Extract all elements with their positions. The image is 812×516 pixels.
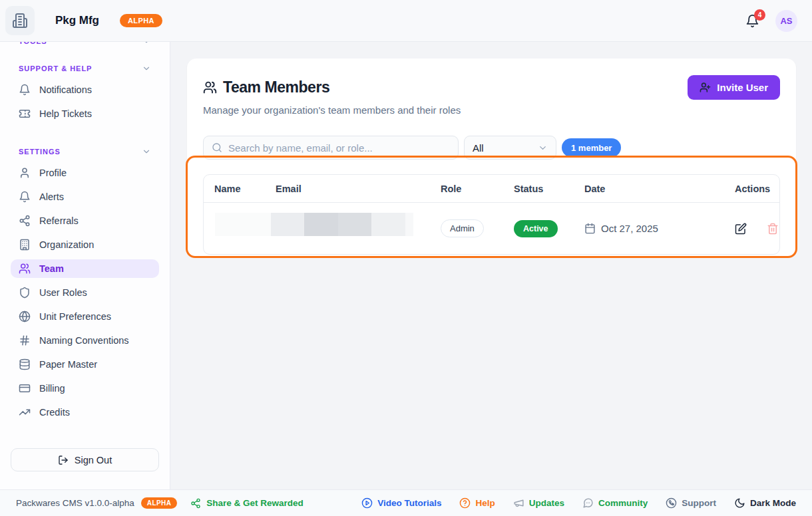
role-badge: Admin xyxy=(441,219,484,237)
moon-icon xyxy=(734,497,745,509)
chevron-down-icon xyxy=(142,42,151,46)
section-label: TOOLS xyxy=(19,42,47,45)
card-title-row: Team Members Invite User xyxy=(203,75,780,100)
page-subtitle: Manage your organization's team members … xyxy=(203,104,780,116)
section-header-settings[interactable]: SETTINGS xyxy=(11,147,159,156)
building-icon xyxy=(19,239,31,251)
edit-pencil-icon xyxy=(735,223,747,235)
share-icon xyxy=(19,215,31,227)
sidebar-nav: TOOLS SUPPORT & HELP Notifications Help … xyxy=(0,42,170,422)
brand-area: Pkg Mfg ALPHA xyxy=(0,6,170,35)
sidebar-item-notifications[interactable]: Notifications xyxy=(11,80,159,99)
sidebar-item-label: Profile xyxy=(39,168,67,178)
help-label: Help xyxy=(475,498,495,508)
play-circle-icon xyxy=(361,497,373,509)
sidebar-item-profile[interactable]: Profile xyxy=(11,164,159,182)
sidebar-item-team[interactable]: Team xyxy=(11,259,159,278)
date-value: Oct 27, 2025 xyxy=(601,223,658,234)
sidebar-item-label: Unit Preferences xyxy=(39,311,111,322)
cell-date: Oct 27, 2025 xyxy=(584,223,735,234)
sidebar: TOOLS SUPPORT & HELP Notifications Help … xyxy=(0,42,170,489)
search-input[interactable] xyxy=(228,142,450,154)
sidebar-item-naming-conventions[interactable]: Naming Conventions xyxy=(11,331,159,350)
shield-icon xyxy=(19,287,31,299)
sidebar-item-label: Referrals xyxy=(39,215,79,226)
section-header-support[interactable]: SUPPORT & HELP xyxy=(11,64,159,73)
dark-mode-label: Dark Mode xyxy=(750,498,796,508)
sidebar-item-help-tickets[interactable]: Help Tickets xyxy=(11,104,159,123)
alpha-badge-footer: ALPHA xyxy=(141,497,177,509)
sidebar-item-referrals[interactable]: Referrals xyxy=(11,211,159,230)
user-avatar[interactable]: AS xyxy=(775,10,797,32)
alpha-badge: ALPHA xyxy=(120,14,162,27)
help-link[interactable]: Help xyxy=(459,497,495,509)
sidebar-item-paper-master[interactable]: Paper Master xyxy=(11,355,159,374)
user-icon xyxy=(19,167,31,179)
hash-icon xyxy=(19,334,31,346)
sidebar-item-label: Billing xyxy=(39,383,65,394)
database-icon xyxy=(19,358,31,370)
footer-bar: Packwares CMS v1.0.0-alpha ALPHA Share &… xyxy=(0,489,812,516)
footer-links: Video Tutorials Help Updates Community S… xyxy=(361,497,796,509)
log-out-icon xyxy=(58,455,69,465)
role-filter-dropdown[interactable]: All xyxy=(464,136,556,160)
credit-card-icon xyxy=(19,382,31,394)
trending-up-icon xyxy=(19,406,31,418)
search-icon xyxy=(212,142,222,153)
users-icon xyxy=(19,263,31,275)
sidebar-item-label: Credits xyxy=(39,407,70,418)
bell-icon xyxy=(19,191,31,203)
member-count-badge: 1 member xyxy=(562,138,621,157)
column-header-status: Status xyxy=(514,184,584,194)
status-badge: Active xyxy=(514,220,558,237)
section-header-tools[interactable]: TOOLS xyxy=(11,42,159,46)
team-members-table: Name Email Role Status Date Actions xyxy=(203,174,780,255)
sign-out-button[interactable]: Sign Out xyxy=(11,448,159,471)
role-filter-value: All xyxy=(473,142,484,154)
support-label: Support xyxy=(682,498,716,508)
factory-building-icon xyxy=(12,13,28,29)
column-header-email: Email xyxy=(276,184,441,194)
invite-user-button[interactable]: Invite User xyxy=(688,75,780,100)
sidebar-item-label: User Roles xyxy=(39,287,87,298)
edit-member-button[interactable] xyxy=(735,223,747,235)
dark-mode-toggle[interactable]: Dark Mode xyxy=(734,497,796,509)
trash-icon xyxy=(767,223,779,235)
sidebar-item-user-roles[interactable]: User Roles xyxy=(11,283,159,302)
section-settings: SETTINGS Profile Alerts Referrals Organi… xyxy=(11,147,159,422)
share-rewarded-link[interactable]: Share & Get Rewarded xyxy=(190,498,304,509)
section-tools: TOOLS xyxy=(11,42,159,46)
sidebar-item-unit-preferences[interactable]: Unit Preferences xyxy=(11,307,159,326)
notifications-button[interactable]: 4 xyxy=(745,14,759,28)
delete-member-button[interactable] xyxy=(767,223,779,235)
video-tutorials-link[interactable]: Video Tutorials xyxy=(361,497,441,509)
column-header-role: Role xyxy=(441,184,514,194)
invite-user-label: Invite User xyxy=(717,82,768,93)
column-header-name: Name xyxy=(214,184,276,194)
community-link[interactable]: Community xyxy=(582,497,648,509)
sidebar-item-alerts[interactable]: Alerts xyxy=(11,188,159,206)
page-title: Team Members xyxy=(223,78,329,96)
sidebar-item-billing[interactable]: Billing xyxy=(11,379,159,398)
chat-bubble-icon xyxy=(582,497,594,509)
chevron-down-icon xyxy=(142,64,151,73)
help-circle-icon xyxy=(459,497,471,509)
share-icon xyxy=(190,498,201,509)
app-logo[interactable] xyxy=(5,6,35,35)
redacted-name-email xyxy=(215,213,413,236)
sidebar-item-label: Help Tickets xyxy=(39,108,92,119)
share-rewarded-label: Share & Get Rewarded xyxy=(206,498,304,508)
sidebar-item-organization[interactable]: Organization xyxy=(11,235,159,254)
sidebar-item-credits[interactable]: Credits xyxy=(11,403,159,422)
sidebar-item-label: Paper Master xyxy=(39,359,97,370)
support-link[interactable]: Support xyxy=(666,497,716,509)
bell-icon xyxy=(19,84,31,96)
column-header-date: Date xyxy=(584,184,735,194)
updates-link[interactable]: Updates xyxy=(513,497,564,509)
section-support-help: SUPPORT & HELP Notifications Help Ticket… xyxy=(11,64,159,123)
main-content: Team Members Invite User Manage your org… xyxy=(170,42,812,489)
sidebar-item-label: Naming Conventions xyxy=(39,335,129,346)
team-members-card: Team Members Invite User Manage your org… xyxy=(187,59,796,257)
globe-icon xyxy=(19,311,31,322)
top-bar: Pkg Mfg ALPHA 4 AS xyxy=(0,0,812,42)
